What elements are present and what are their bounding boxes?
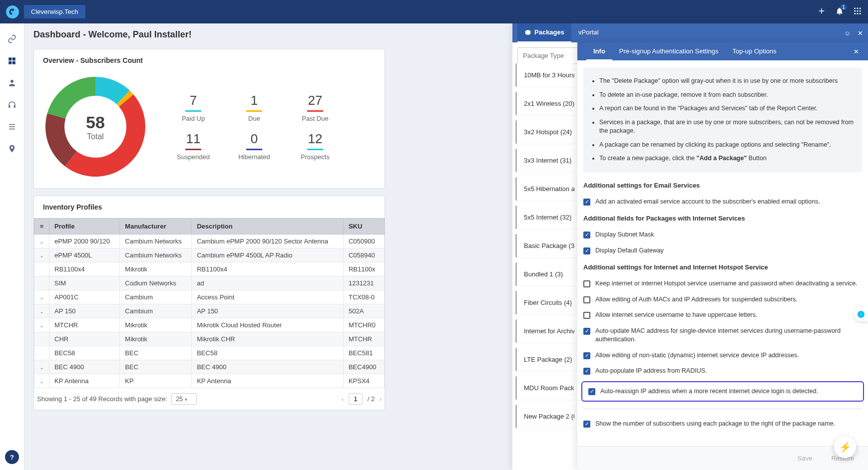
notification-badge: 1 xyxy=(840,3,847,10)
apps-grid-icon[interactable] xyxy=(853,6,862,17)
svg-point-5 xyxy=(860,10,861,12)
svg-point-7 xyxy=(857,13,859,14)
brand-chip[interactable]: Cleverwisp.Tech xyxy=(24,5,85,18)
svg-point-6 xyxy=(854,13,856,14)
notifications-icon[interactable]: 1 xyxy=(835,6,844,17)
svg-point-8 xyxy=(860,13,861,14)
top-bar: Cleverwisp.Tech 1 xyxy=(0,0,868,23)
svg-point-0 xyxy=(854,7,856,9)
svg-point-3 xyxy=(854,10,856,12)
svg-point-1 xyxy=(857,7,859,9)
svg-point-2 xyxy=(860,7,861,9)
svg-point-4 xyxy=(857,10,859,12)
add-icon[interactable] xyxy=(817,6,826,17)
app-logo[interactable] xyxy=(6,5,19,18)
